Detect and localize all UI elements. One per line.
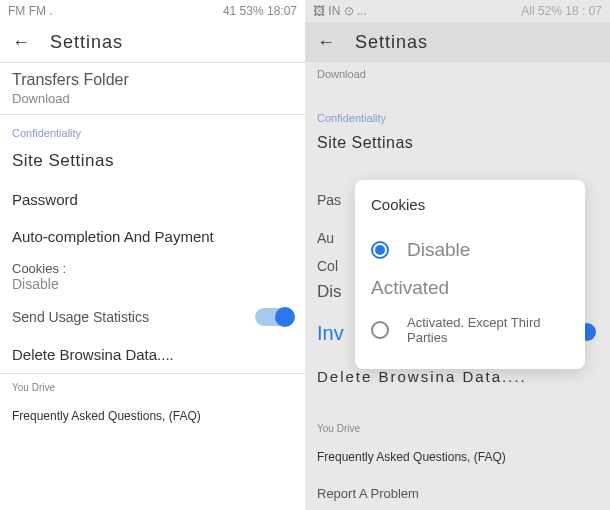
left-screen: FM FM . 41 53% 18:07 ← Settinas Transfer… — [0, 0, 305, 510]
site-settings-item[interactable]: Site Settinas — [305, 126, 610, 160]
download-item: Download — [305, 62, 610, 86]
status-left: FM FM . — [8, 4, 53, 18]
password-item[interactable]: Password — [0, 181, 305, 218]
cookies-label: Cookies : — [12, 261, 293, 276]
cookies-dialog: Cookies Disable Activated Activated. Exc… — [355, 180, 585, 369]
behind-inv: Inv — [305, 316, 356, 351]
status-bar: FM FM . 41 53% 18:07 — [0, 0, 305, 22]
you-drive-label: You Drive — [0, 374, 305, 401]
radio-label: Activated. Except Third Parties — [407, 315, 569, 345]
page-title: Settinas — [355, 32, 428, 53]
status-right: All 52% 18 : 07 — [521, 4, 602, 18]
transfers-folder-item[interactable]: Transfers Folder Download — [0, 63, 305, 114]
send-stats-row: Send Usage Statistics — [0, 298, 305, 336]
transfers-sub: Download — [12, 91, 293, 106]
status-bar: 🖾 IN ⊙ ... All 52% 18 : 07 — [305, 0, 610, 22]
site-settings-item[interactable]: Site Settinas — [0, 141, 305, 181]
send-stats-toggle[interactable] — [255, 308, 293, 326]
cookies-item[interactable]: Cookies : Disable — [0, 255, 305, 298]
dialog-title: Cookies — [371, 196, 569, 213]
faq-item[interactable]: Frequently Asked Questions, (FAQ) — [305, 442, 610, 472]
app-bar: ← Settinas — [305, 22, 610, 62]
delete-browsing-item[interactable]: Delete Browsina Data.... — [0, 336, 305, 373]
radio-label: Activated — [371, 277, 449, 299]
behind-password: Pas — [305, 186, 353, 214]
status-left: 🖾 IN ⊙ ... — [313, 4, 367, 18]
radio-option-disable[interactable]: Disable — [371, 231, 569, 269]
radio-label: Disable — [407, 239, 470, 261]
behind-auto: Au — [305, 224, 346, 252]
radio-option-activated[interactable]: Activated — [321, 269, 569, 307]
confidentiality-label: Confidentiality — [305, 110, 610, 126]
app-bar: ← Settinas — [0, 22, 305, 62]
confidentiality-label: Confidentiality — [0, 125, 305, 141]
divider — [0, 114, 305, 115]
send-stats-label: Send Usage Statistics — [12, 309, 149, 325]
you-drive-label: You Drive — [305, 415, 610, 442]
back-arrow-icon[interactable]: ← — [317, 32, 335, 53]
radio-icon — [371, 321, 389, 339]
status-right: 41 53% 18:07 — [223, 4, 297, 18]
faq-item[interactable]: Frequently Asked Questions, (FAQ) — [0, 401, 305, 431]
toggle-thumb — [275, 307, 295, 327]
page-title: Settinas — [50, 32, 123, 53]
auto-completion-item[interactable]: Auto-completion And Payment — [0, 218, 305, 255]
radio-icon — [371, 241, 389, 259]
back-arrow-icon[interactable]: ← — [12, 32, 30, 53]
cookies-value: Disable — [12, 276, 293, 292]
right-screen: 🖾 IN ⊙ ... All 52% 18 : 07 ← Settinas Do… — [305, 0, 610, 510]
radio-option-except-third[interactable]: Activated. Except Third Parties — [371, 307, 569, 353]
report-problem-item[interactable]: Report A Problem — [305, 472, 610, 509]
transfers-title: Transfers Folder — [12, 71, 293, 89]
